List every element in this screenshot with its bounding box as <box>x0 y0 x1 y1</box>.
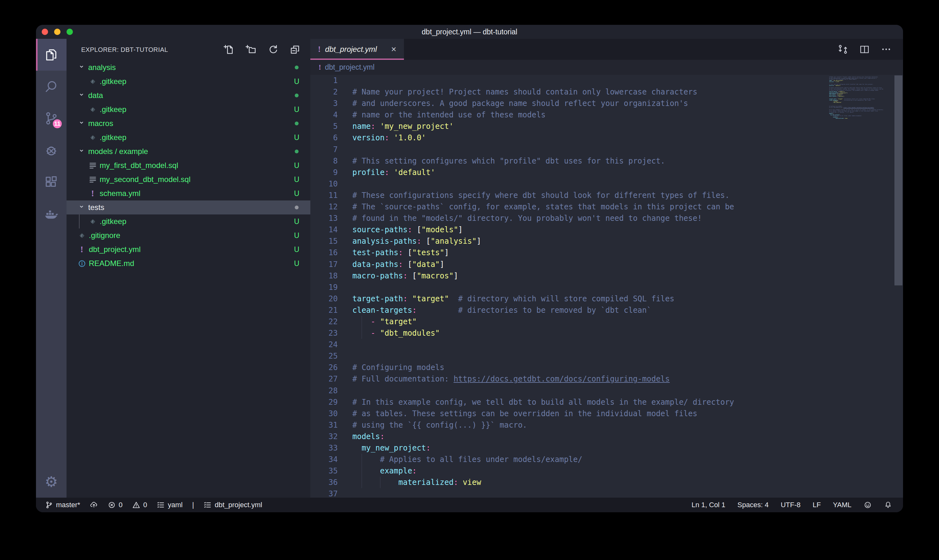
code-line[interactable]: 15analysis-paths: ["analysis"] <box>310 235 827 247</box>
code-line[interactable]: 5name: 'my_new_project' <box>310 121 827 132</box>
tab-close-icon[interactable]: × <box>391 45 396 54</box>
title-bar[interactable]: dbt_project.yml — dbt-tutorial <box>36 25 903 39</box>
breadcrumb[interactable]: ! dbt_project.yml <box>310 60 903 75</box>
refresh-button[interactable] <box>267 44 279 55</box>
tree-item-tests[interactable]: tests <box>66 200 310 214</box>
zoom-button[interactable] <box>66 29 73 35</box>
tree-item-data[interactable]: data <box>66 88 310 103</box>
tree-item-macros[interactable]: macros <box>66 117 310 131</box>
tree-item-gitkeep[interactable]: .gitkeepU <box>66 103 310 117</box>
code-line[interactable]: 36 materialized: view <box>310 477 827 488</box>
explorer-sidebar: EXPLORER: DBT-TUTORIAL analysis.gitkeepU… <box>66 39 310 498</box>
status-cursor-position[interactable]: Ln 1, Col 1 <box>691 501 725 509</box>
code-line[interactable]: 11# These configurations specify where d… <box>310 190 827 201</box>
split-editor-button[interactable] <box>859 44 870 55</box>
code-line[interactable]: 1 <box>310 75 827 86</box>
code-line[interactable]: 6version: '1.0.0' <box>310 132 827 143</box>
doc-link[interactable]: https://docs.getdbt.com/docs/configuring… <box>454 374 670 383</box>
code-line[interactable]: 4# name or the intended use of these mod… <box>310 109 827 121</box>
status-linter-yaml[interactable]: yaml <box>157 501 182 509</box>
tree-item-gitignore[interactable]: .gitignoreU <box>66 228 310 243</box>
code-line[interactable]: 31# using the `{{ config(...) }}` macro. <box>310 419 827 431</box>
code-line[interactable]: 29# In this example config, we tell dbt … <box>310 397 827 408</box>
line-number: 30 <box>310 408 338 419</box>
code-line[interactable]: 16test-paths: ["tests"] <box>310 247 827 258</box>
tree-item-readme-md[interactable]: README.mdU <box>66 257 310 271</box>
status-encoding[interactable]: UTF-8 <box>781 501 800 509</box>
minimap[interactable]: # Name your project! Project names shoul… <box>829 75 893 121</box>
code-line[interactable]: 27# Full documentation: https://docs.get… <box>310 373 827 385</box>
status-eol-label: LF <box>813 501 821 509</box>
code-token: "models" <box>422 225 458 234</box>
status-notifications[interactable] <box>884 501 892 509</box>
activity-item-docker[interactable] <box>36 198 66 230</box>
more-actions-button[interactable] <box>881 44 891 55</box>
status-indentation[interactable]: Spaces: 4 <box>737 501 769 509</box>
code-line[interactable]: 30# as tables. These settings can be ove… <box>310 408 827 419</box>
tree-item-analysis[interactable]: analysis <box>66 60 310 74</box>
open-changes-button[interactable] <box>837 44 848 55</box>
code-line[interactable]: 7 <box>310 144 827 155</box>
tree-item-dbt-project-yml[interactable]: !dbt_project.ymlU <box>66 243 310 257</box>
status-publish-changes[interactable] <box>90 501 98 509</box>
activity-item-search[interactable] <box>36 71 66 103</box>
code-line[interactable]: 18macro-paths: ["macros"] <box>310 270 827 282</box>
code-line[interactable]: 20target-path: "target" # directory whic… <box>310 293 827 305</box>
code-line[interactable]: 10 <box>310 178 827 190</box>
tree-item-schema-yml[interactable]: !schema.ymlU <box>66 186 310 200</box>
code-line[interactable]: 21clean-targets: # directories to be rem… <box>310 305 827 316</box>
code-token: # Full documentation: <box>829 107 844 108</box>
status-warnings[interactable]: 0 <box>132 501 147 509</box>
status-eol[interactable]: LF <box>813 501 821 509</box>
close-button[interactable] <box>42 29 48 35</box>
code-line[interactable]: 14source-paths: ["models"] <box>310 224 827 235</box>
code-line[interactable]: 2# Name your project! Project names shou… <box>310 86 827 98</box>
activity-item-explorer[interactable] <box>36 39 66 71</box>
code-line[interactable]: 32models: <box>310 431 827 442</box>
code-line[interactable]: 22 - "target" <box>310 316 827 328</box>
new-folder-button[interactable] <box>245 44 257 55</box>
git-file-icon <box>87 105 99 114</box>
code-line[interactable]: 12# The `source-paths` config, for examp… <box>310 201 827 212</box>
code-editor[interactable]: 12# Name your project! Project names sho… <box>310 75 903 498</box>
code-token: # found in the "models/" directory. You … <box>353 214 702 223</box>
collapse-all-button[interactable] <box>289 44 301 55</box>
tree-item-gitkeep[interactable]: .gitkeepU <box>66 131 310 145</box>
tree-item-gitkeep[interactable]: .gitkeepU <box>66 214 310 228</box>
code-line[interactable]: 19 <box>310 282 827 293</box>
new-file-button[interactable] <box>223 44 235 55</box>
tab-dbt-project-yml[interactable]: ! dbt_project.yml × <box>310 39 404 60</box>
status-language-mode[interactable]: YAML <box>833 501 851 509</box>
tree-item-my-first-dbt-model-sql[interactable]: my_first_dbt_model.sqlU <box>66 158 310 172</box>
activity-item-settings[interactable]: ⚙ <box>36 466 66 498</box>
code-line[interactable]: 25 <box>310 350 827 362</box>
minimize-button[interactable] <box>54 29 60 35</box>
tree-item-gitkeep[interactable]: .gitkeepU <box>66 74 310 88</box>
scrollbar-thumb[interactable] <box>894 75 902 285</box>
code-line[interactable]: 23 - "dbt_modules" <box>310 328 827 339</box>
status-linter-file[interactable]: dbt_project.yml <box>203 501 262 509</box>
code-line[interactable]: 34 # Applies to all files under models/e… <box>310 454 827 465</box>
code-line[interactable]: 37 <box>310 488 827 498</box>
code-line[interactable]: 8# This setting configures which "profil… <box>310 155 827 167</box>
tree-item-my-second-dbt-model-sql[interactable]: my_second_dbt_model.sqlU <box>66 172 310 186</box>
tree-item-models-example[interactable]: models / example <box>66 145 310 158</box>
line-number: 36 <box>310 477 338 488</box>
code-line[interactable]: 24 <box>310 339 827 350</box>
code-line[interactable]: 33 my_new_project: <box>310 442 827 454</box>
code-line[interactable]: 26# Configuring models <box>310 362 827 373</box>
code-line[interactable]: 9profile: 'default' <box>310 167 827 178</box>
activity-item-extensions[interactable] <box>36 166 66 198</box>
doc-link[interactable]: https://docs.getdbt.com/docs/configuring… <box>844 107 874 108</box>
status-errors[interactable]: 0 <box>108 501 123 509</box>
activity-item-debug[interactable] <box>36 134 66 166</box>
code-line[interactable]: 13# found in the "models/" directory. Yo… <box>310 212 827 224</box>
status-git-branch[interactable]: master* <box>45 501 80 509</box>
code-line[interactable]: 3# and underscores. A good package name … <box>310 98 827 109</box>
docker-icon <box>44 206 58 221</box>
code-line[interactable]: 35 example: <box>310 465 827 477</box>
code-line[interactable]: 28 <box>310 385 827 397</box>
activity-item-source-control[interactable]: 11 <box>36 103 66 134</box>
status-feedback[interactable] <box>864 501 872 509</box>
code-line[interactable]: 17data-paths: ["data"] <box>310 259 827 270</box>
